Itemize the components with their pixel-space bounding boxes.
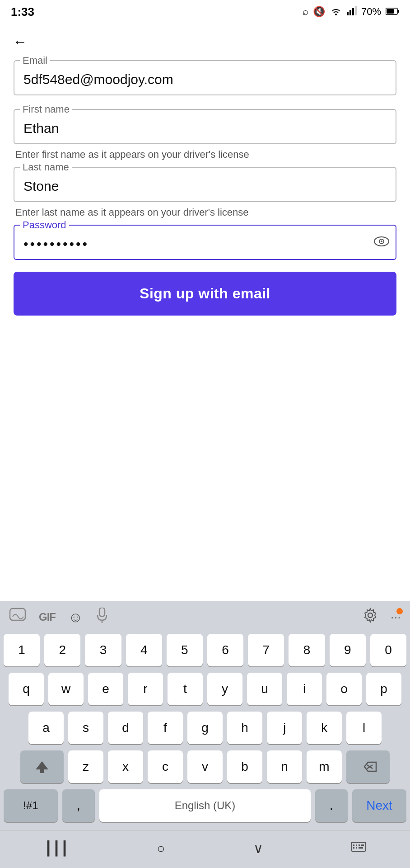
lastname-label: Last name [20,161,72,173]
wifi-icon [330,5,342,18]
svg-rect-20 [353,844,354,846]
status-bar: 1:33 ⌕ 🔇 70% [0,0,410,24]
number-row: 1 2 3 4 5 6 7 8 9 0 [4,634,406,666]
period-key[interactable]: . [315,789,348,822]
password-label: Password [20,219,69,231]
key-v[interactable]: v [187,750,223,783]
key-m[interactable]: m [307,750,342,783]
form-container: Email First name Enter first name as it … [0,60,410,316]
key-y[interactable]: y [207,673,242,705]
svg-point-9 [381,241,382,242]
svg-rect-21 [356,844,357,846]
mute-icon: 🔇 [313,6,325,18]
lastname-hint: Enter last name as it appears on your dr… [14,207,396,218]
toggle-password-button[interactable] [374,235,389,250]
nav-back-button[interactable]: ┃┃┃ [33,837,79,860]
nav-home-button[interactable]: ○ [146,837,176,860]
key-3[interactable]: 3 [85,634,121,666]
key-5[interactable]: 5 [167,634,203,666]
key-t[interactable]: t [168,673,203,705]
key-a[interactable]: a [28,712,64,744]
key-n[interactable]: n [267,750,302,783]
svg-rect-11 [99,608,105,617]
key-x[interactable]: x [108,750,143,783]
nav-keyboard-button[interactable] [340,837,377,860]
key-p[interactable]: p [366,673,401,705]
svg-rect-0 [347,12,349,15]
lastname-field-group: Last name [14,167,396,202]
svg-rect-24 [353,847,354,849]
key-7[interactable]: 7 [248,634,284,666]
gif-icon[interactable]: GIF [39,611,56,623]
key-z[interactable]: z [68,750,103,783]
svg-rect-25 [356,847,357,849]
email-input[interactable] [14,60,396,95]
key-2[interactable]: 2 [44,634,80,666]
back-area: ← [0,24,410,57]
qwerty-row: q w e r t y u i o p [4,673,406,705]
mic-icon[interactable] [96,608,108,627]
svg-rect-5 [398,10,399,13]
svg-rect-26 [359,847,363,849]
bluetooth-icon: ⌕ [303,6,308,18]
svg-point-13 [368,613,373,618]
emoji-icon[interactable]: ☺ [68,609,83,626]
special-chars-key[interactable]: !#1 [4,789,58,822]
key-b[interactable]: b [227,750,262,783]
toolbar-right-icons: ··· [363,608,401,627]
signal-icon [347,5,357,18]
toolbar-icons: GIF ☺ [9,608,108,627]
key-0[interactable]: 0 [370,634,406,666]
sticker-icon[interactable] [9,608,26,627]
more-icon[interactable]: ··· [391,610,401,624]
svg-rect-1 [349,10,351,15]
key-r[interactable]: r [128,673,163,705]
key-u[interactable]: u [247,673,282,705]
key-1[interactable]: 1 [4,634,40,666]
key-d[interactable]: d [108,712,143,744]
gear-icon[interactable] [363,608,378,627]
next-key[interactable]: Next [352,789,406,822]
svg-rect-3 [355,6,357,15]
key-9[interactable]: 9 [330,634,366,666]
key-e[interactable]: e [88,673,123,705]
battery-text: 70% [361,6,381,18]
key-h[interactable]: h [227,712,262,744]
space-key[interactable]: English (UK) [99,789,311,822]
svg-rect-6 [387,9,394,14]
status-icons: ⌕ 🔇 70% [303,5,399,18]
back-button[interactable]: ← [11,32,29,52]
shift-key[interactable] [20,750,64,783]
comma-key[interactable]: , [62,789,95,822]
svg-rect-15 [40,769,44,773]
password-wrapper [14,225,396,260]
svg-marker-14 [36,761,48,769]
key-i[interactable]: i [287,673,322,705]
password-input[interactable] [14,225,396,260]
signup-button[interactable]: Sign up with email [14,272,396,316]
svg-rect-22 [359,844,360,846]
key-g[interactable]: g [187,712,223,744]
key-k[interactable]: k [307,712,342,744]
key-j[interactable]: j [267,712,302,744]
bottom-row: !#1 , English (UK) . Next [4,789,406,822]
key-8[interactable]: 8 [289,634,325,666]
key-s[interactable]: s [68,712,103,744]
status-time: 1:33 [11,5,34,19]
key-l[interactable]: l [346,712,382,744]
backspace-key[interactable] [346,750,390,783]
key-o[interactable]: o [326,673,362,705]
key-4[interactable]: 4 [126,634,162,666]
key-w[interactable]: w [48,673,84,705]
battery-icon [386,6,399,18]
key-q[interactable]: q [9,673,44,705]
firstname-field-group: First name [14,109,396,144]
keyboard-rows: 1 2 3 4 5 6 7 8 9 0 q w e r t y u i o p … [0,631,410,830]
key-f[interactable]: f [148,712,183,744]
key-6[interactable]: 6 [207,634,243,666]
firstname-label: First name [20,104,72,115]
svg-rect-2 [352,8,354,15]
nav-down-button[interactable]: ∨ [242,837,274,860]
key-c[interactable]: c [148,750,183,783]
nav-bar: ┃┃┃ ○ ∨ [0,830,410,868]
